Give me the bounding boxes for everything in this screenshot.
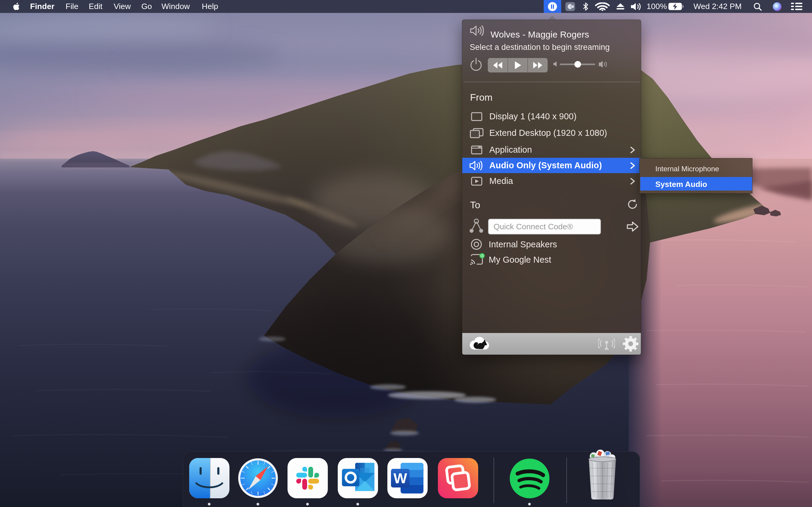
svg-text:W: W	[393, 470, 407, 486]
